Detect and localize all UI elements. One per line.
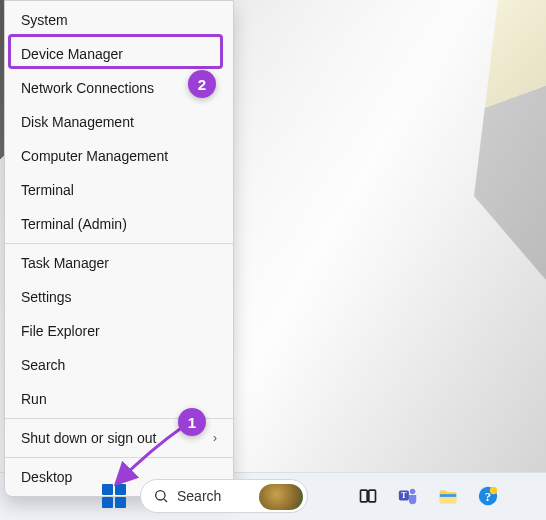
start-button[interactable] xyxy=(96,478,132,514)
menu-item-settings[interactable]: Settings xyxy=(5,280,233,314)
menu-item-label: Run xyxy=(21,391,47,407)
taskbar-tips[interactable]: ? xyxy=(472,480,504,512)
menu-item-label: Network Connections xyxy=(21,80,154,96)
svg-line-1 xyxy=(164,499,167,502)
menu-item-label: File Explorer xyxy=(21,323,100,339)
menu-item-label: Search xyxy=(21,357,65,373)
menu-item-label: Device Manager xyxy=(21,46,123,62)
start-icon xyxy=(115,484,126,495)
menu-item-label: Computer Management xyxy=(21,148,168,164)
search-icon xyxy=(153,488,169,504)
tips-icon: ? xyxy=(477,485,499,507)
svg-point-0 xyxy=(156,491,165,500)
start-icon xyxy=(102,484,113,495)
menu-item-label: System xyxy=(21,12,68,28)
annotation-badge-1: 1 xyxy=(178,408,206,436)
menu-item-device-manager[interactable]: Device Manager xyxy=(5,37,233,71)
chevron-right-icon: › xyxy=(213,431,217,445)
teams-icon: T xyxy=(397,485,419,507)
menu-item-label: Terminal (Admin) xyxy=(21,216,127,232)
menu-separator xyxy=(5,243,233,244)
search-highlight-image xyxy=(259,484,303,510)
file-explorer-icon xyxy=(437,485,459,507)
menu-item-terminal[interactable]: Terminal xyxy=(5,173,233,207)
annotation-badge-2: 2 xyxy=(188,70,216,98)
menu-item-label: Settings xyxy=(21,289,72,305)
svg-point-6 xyxy=(410,489,416,495)
menu-separator xyxy=(5,457,233,458)
svg-rect-2 xyxy=(361,490,368,502)
menu-item-label: Desktop xyxy=(21,469,72,485)
menu-item-terminal-admin[interactable]: Terminal (Admin) xyxy=(5,207,233,241)
menu-item-label: Task Manager xyxy=(21,255,109,271)
svg-point-11 xyxy=(490,487,497,494)
menu-item-label: Shut down or sign out xyxy=(21,430,156,446)
menu-item-label: Terminal xyxy=(21,182,74,198)
task-view-icon xyxy=(358,486,378,506)
menu-item-disk-management[interactable]: Disk Management xyxy=(5,105,233,139)
menu-item-task-manager[interactable]: Task Manager xyxy=(5,246,233,280)
taskbar-teams[interactable]: T xyxy=(392,480,424,512)
menu-item-label: Disk Management xyxy=(21,114,134,130)
taskbar-file-explorer[interactable] xyxy=(432,480,464,512)
svg-rect-8 xyxy=(440,494,457,497)
start-icon xyxy=(115,497,126,508)
taskbar-search[interactable]: Search xyxy=(140,479,308,513)
taskbar-task-view[interactable] xyxy=(352,480,384,512)
menu-item-file-explorer[interactable]: File Explorer xyxy=(5,314,233,348)
svg-rect-3 xyxy=(369,490,376,502)
search-placeholder: Search xyxy=(177,488,221,504)
menu-item-computer-management[interactable]: Computer Management xyxy=(5,139,233,173)
start-icon xyxy=(102,497,113,508)
menu-item-search[interactable]: Search xyxy=(5,348,233,382)
menu-item-system[interactable]: System xyxy=(5,3,233,37)
svg-text:T: T xyxy=(401,491,407,500)
